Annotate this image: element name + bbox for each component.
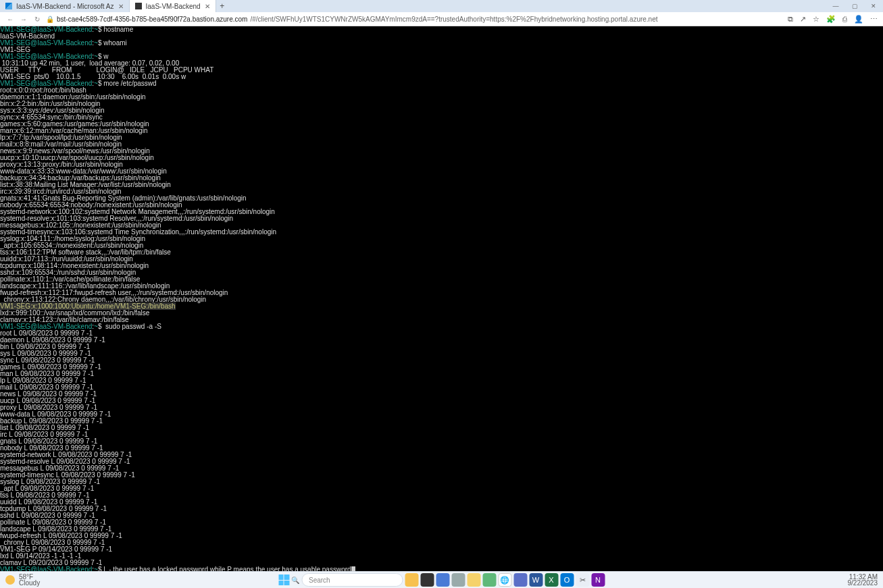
terminal-line: sshd L 09/08/2023 0 99999 7 -1 — [0, 512, 883, 519]
taskbar-app-11[interactable]: O — [560, 573, 574, 587]
terminal-line: _apt L 09/08/2023 0 99999 7 -1 — [0, 485, 883, 492]
taskbar-center: 🔍 Search 🌐 W X O ✂ N — [278, 573, 605, 587]
taskbar-app-7[interactable]: 🌐 — [498, 573, 511, 587]
browser-tab[interactable]: IaaS-VM-Backend✕ — [130, 0, 216, 12]
taskbar-app-3[interactable] — [436, 573, 449, 587]
terminal-icon — [135, 3, 142, 9]
terminal-line: systemd-resolve L 09/08/2023 0 99999 7 -… — [0, 458, 883, 465]
terminal-line: VM1-SEG@IaaS-VM-Backend:~$ more /etc/pas… — [0, 80, 883, 87]
nav-forward-button[interactable]: → — [19, 16, 28, 23]
toolbar-icon[interactable]: 👤 — [854, 15, 863, 24]
terminal-line: sync L 09/08/2023 0 99999 7 -1 — [0, 357, 883, 364]
terminal-line: daemon L 09/08/2023 0 99999 7 -1 — [0, 337, 883, 344]
window-controls: — ▢ ✕ — [826, 0, 883, 12]
url-box[interactable]: 🔒 bst-cae4c589-7cdf-4356-b785-bea45f90f7… — [46, 16, 784, 23]
terminal-line: lxd L 09/14/2023 -1 -1 -1 -1 — [0, 553, 883, 560]
terminal-line: IaaS-VM-Backend — [0, 33, 883, 40]
windows-taskbar: 58°F Cloudy 🔍 Search 🌐 W X O ✂ N 11:32 A… — [0, 571, 883, 588]
search-placeholder: Search — [309, 577, 330, 584]
toolbar-icon[interactable]: ⎙ — [842, 15, 847, 24]
terminal-line: VM1-SEG — [0, 47, 883, 53]
terminal-line: news L 09/08/2023 0 99999 7 -1 — [0, 391, 883, 398]
terminal-line: nobody L 09/08/2023 0 99999 7 -1 — [0, 445, 883, 452]
terminal-line: man:x:6:12:man:/var/cache/man:/usr/sbin/… — [0, 128, 883, 134]
terminal-line: pollinate L 09/08/2023 0 99999 7 -1 — [0, 519, 883, 526]
system-clock[interactable]: 11:32 AM 9/22/2023 — [848, 574, 878, 586]
terminal-line: daemon:x:1:1:daemon:/usr/sbin:/usr/sbin/… — [0, 94, 883, 101]
toolbar-icon[interactable]: ⧉ — [788, 15, 793, 24]
tab-host: IaaS-VM-Backend - Microsoft Az✕IaaS-VM-B… — [0, 0, 216, 12]
browser-tab-strip: IaaS-VM-Backend - Microsoft Az✕IaaS-VM-B… — [0, 0, 883, 12]
weather-widget[interactable]: 58°F Cloudy — [5, 574, 40, 586]
terminal-line: tss L 09/08/2023 0 99999 7 -1 — [0, 492, 883, 499]
terminal-line: bin L 09/08/2023 0 99999 7 -1 — [0, 344, 883, 350]
terminal-line: uucp:x:10:10:uucp:/var/spool/uucp:/usr/s… — [0, 155, 883, 161]
extension-icons: ⧉↗☆🧩⎙👤⋯ — [788, 15, 878, 24]
terminal-line: proxy L 09/08/2023 0 99999 7 -1 — [0, 404, 883, 411]
toolbar-icon[interactable]: ☆ — [813, 15, 819, 24]
terminal-line: gnats L 09/08/2023 0 99999 7 -1 — [0, 438, 883, 445]
terminal-cursor — [351, 566, 355, 571]
terminal-line: man L 09/08/2023 0 99999 7 -1 — [0, 371, 883, 377]
taskbar-app-9[interactable]: W — [529, 573, 543, 587]
taskbar-app-2[interactable] — [420, 573, 434, 587]
terminal-line: bin:x:2:2:bin:/bin:/usr/sbin/nologin — [0, 101, 883, 107]
terminal-line: irc L 09/08/2023 0 99999 7 -1 — [0, 431, 883, 438]
taskbar-app-1[interactable] — [405, 573, 418, 587]
terminal-line: VM1-SEG@IaaS-VM-Backend:~$ whoami — [0, 40, 883, 47]
browser-tab[interactable]: IaaS-VM-Backend - Microsoft Az✕ — [0, 0, 130, 12]
terminal-line: VM1-SEG@IaaS-VM-Backend:~$ sudo passwd -… — [0, 323, 883, 330]
terminal-line: systemd-timesync L 09/08/2023 0 99999 7 … — [0, 472, 883, 479]
taskbar-app-4[interactable] — [451, 573, 465, 587]
terminal-line: _chrony L 09/08/2023 0 99999 7 -1 — [0, 539, 883, 546]
new-tab-button[interactable]: + — [216, 0, 228, 12]
toolbar-icon[interactable]: ↗ — [800, 15, 806, 24]
search-icon: 🔍 — [291, 577, 299, 584]
terminal-line: lp:x:7:7:lp:/var/spool/lpd:/usr/sbin/nol… — [0, 134, 883, 141]
terminal-line: lp L 09/08/2023 0 99999 7 -1 — [0, 377, 883, 384]
taskbar-app-8[interactable] — [513, 573, 527, 587]
tab-close-button[interactable]: ✕ — [118, 3, 124, 10]
terminal-line: games L 09/08/2023 0 99999 7 -1 — [0, 364, 883, 371]
taskbar-app-10[interactable]: X — [545, 573, 558, 587]
window-close-button[interactable]: ✕ — [864, 0, 883, 12]
terminal-line: root L 09/08/2023 0 99999 7 -1 — [0, 330, 883, 337]
tab-close-button[interactable]: ✕ — [205, 3, 210, 10]
nav-back-button[interactable]: ← — [5, 16, 15, 23]
taskbar-app-13[interactable]: N — [591, 573, 605, 587]
terminal-line: fwupd-refresh L 09/08/2023 0 99999 7 -1 — [0, 533, 883, 539]
terminal-line: backup L 09/08/2023 0 99999 7 -1 — [0, 418, 883, 425]
window-minimize-button[interactable]: — — [826, 0, 845, 12]
terminal-line: sys:x:3:3:sys:/dev:/usr/sbin/nologin — [0, 107, 883, 114]
url-rest: /#/client/SWFhUy1WTS1CYWNrZW5kAGMAYmImcm… — [250, 16, 657, 23]
terminal-line: VM1-SEG P 09/14/2023 0 99999 7 -1 — [0, 546, 883, 553]
taskbar-search[interactable]: Search — [301, 573, 403, 587]
toolbar-icon[interactable]: ⋯ — [870, 15, 878, 24]
start-button[interactable] — [278, 574, 289, 585]
terminal-line: uuidd L 09/08/2023 0 99999 7 -1 — [0, 499, 883, 506]
address-bar: ← → ↻ 🔒 bst-cae4c589-7cdf-4356-b785-bea4… — [0, 12, 883, 26]
nav-reload-button[interactable]: ↻ — [32, 16, 42, 23]
weather-icon — [5, 575, 15, 585]
terminal-line: systemd-network L 09/08/2023 0 99999 7 -… — [0, 452, 883, 458]
url-host: bst-cae4c589-7cdf-4356-b785-bea45f90f72a… — [57, 16, 247, 23]
bastion-terminal[interactable]: VM1-SEG@IaaS-VM-Backend:~$ hostnameIaaS-… — [0, 26, 883, 571]
terminal-line: uucp L 09/08/2023 0 99999 7 -1 — [0, 398, 883, 404]
terminal-line: tcpdump L 09/08/2023 0 99999 7 -1 — [0, 506, 883, 512]
terminal-line: list L 09/08/2023 0 99999 7 -1 — [0, 425, 883, 431]
lock-icon: 🔒 — [46, 16, 54, 23]
taskbar-app-12[interactable]: ✂ — [576, 573, 589, 587]
tab-title: IaaS-VM-Backend — [146, 3, 201, 10]
terminal-line: landscape L 09/08/2023 0 99999 7 -1 — [0, 526, 883, 533]
taskbar-app-5[interactable] — [467, 573, 480, 587]
terminal-line: VM1-SEG@IaaS-VM-Backend:~$ L - the user … — [0, 566, 883, 571]
terminal-line: sys L 09/08/2023 0 99999 7 -1 — [0, 350, 883, 357]
window-maximize-button[interactable]: ▢ — [845, 0, 864, 12]
terminal-line: www-data L 09/08/2023 0 99999 7 -1 — [0, 411, 883, 418]
tab-title: IaaS-VM-Backend - Microsoft Az — [16, 3, 114, 10]
toolbar-icon[interactable]: 🧩 — [826, 15, 836, 24]
taskbar-app-6[interactable] — [482, 573, 496, 587]
terminal-line: VM1-SEG@IaaS-VM-Backend:~$ hostname — [0, 26, 883, 33]
terminal-line: list:x:38:38:Mailing List Manager:/var/l… — [0, 182, 883, 188]
terminal-line: mail L 09/08/2023 0 99999 7 -1 — [0, 384, 883, 391]
